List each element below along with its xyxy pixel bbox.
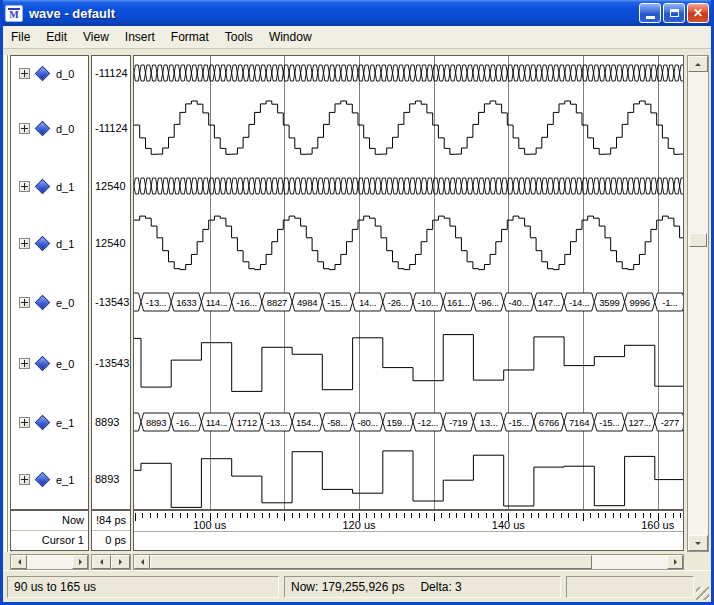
ruler-label: 100 us	[193, 519, 227, 531]
bus-value-label: -277	[661, 417, 679, 428]
names-horizontal-scrollbar[interactable]	[10, 554, 89, 570]
cursor1-label[interactable]: Cursor 1	[11, 531, 88, 550]
bus-value-label: 8827	[267, 297, 287, 308]
scroll-right-button[interactable]	[111, 555, 130, 569]
analog-step-wave	[134, 335, 683, 392]
maximize-icon	[670, 9, 679, 17]
arrow-left-icon	[18, 559, 21, 565]
maximize-button[interactable]	[663, 3, 685, 23]
arrow-up-icon	[695, 63, 701, 66]
vertical-scrollbar[interactable]	[687, 55, 709, 552]
horizontal-scroll-thumb[interactable]	[150, 555, 592, 569]
signal-row-d_0[interactable]: d_0	[11, 65, 88, 82]
menu-item-format[interactable]: Format	[163, 27, 217, 47]
bus-value-label: 1712	[237, 417, 257, 428]
signal-value: 8893	[92, 414, 130, 431]
status-now: Now: 179,255,926 ps	[291, 580, 404, 594]
menu-item-insert[interactable]: Insert	[117, 27, 163, 47]
minimize-icon	[646, 16, 655, 19]
status-now-delta: Now: 179,255,926 psDelta: 3	[284, 576, 561, 598]
waveform-canvas[interactable]: -13...1633114...-16...88274984-15...14..…	[134, 56, 683, 509]
menu-item-window[interactable]: Window	[261, 27, 320, 47]
bus-value-label: -26...	[388, 297, 408, 308]
close-icon: ✕	[693, 7, 703, 19]
bus-value-label: -10...	[418, 297, 438, 308]
signal-name: e_0	[56, 297, 74, 309]
bus-value-label: 1633	[176, 297, 196, 308]
bus-value-label: -15...	[327, 297, 347, 308]
bus-value-label: -14...	[569, 297, 589, 308]
bus-value-label: -16...	[176, 417, 196, 428]
vertical-scroll-track[interactable]	[688, 72, 708, 535]
bus-value-label: 9996	[630, 297, 650, 308]
bus-value-label: 14...	[359, 297, 377, 308]
signal-row-e_1[interactable]: e_1	[11, 471, 88, 488]
signal-value: -11124	[92, 120, 130, 137]
now-label: Now	[11, 511, 88, 530]
bus-value-label: -13...	[267, 417, 287, 428]
expand-plus-icon[interactable]	[19, 417, 30, 428]
close-button[interactable]: ✕	[687, 3, 709, 23]
bus-value-label: -13...	[146, 297, 166, 308]
status-range: 90 us to 165 us	[7, 576, 279, 598]
signal-row-d_0[interactable]: d_0	[11, 120, 88, 137]
signal-row-e_0[interactable]: e_0	[11, 294, 88, 311]
signal-row-d_1[interactable]: d_1	[11, 178, 88, 195]
scroll-up-button[interactable]	[688, 56, 708, 72]
status-delta: Delta: 3	[420, 580, 461, 594]
values-horizontal-scrollbar[interactable]	[91, 554, 131, 570]
signal-value: 8893	[92, 471, 130, 488]
waveform-pane[interactable]: -13...1633114...-16...88274984-15...14..…	[133, 55, 684, 510]
dense-bus-wave	[134, 178, 683, 194]
bus-value-label: 8893	[146, 417, 166, 428]
menu-item-tools[interactable]: Tools	[217, 27, 261, 47]
signal-row-e_1[interactable]: e_1	[11, 414, 88, 431]
expand-plus-icon[interactable]	[19, 297, 30, 308]
arrow-left-icon	[141, 559, 144, 565]
bus-value-label: 7164	[569, 417, 589, 428]
scroll-left-button[interactable]	[134, 555, 150, 569]
scroll-right-button[interactable]	[72, 555, 88, 569]
wave-horizontal-scrollbar[interactable]	[133, 554, 684, 570]
scroll-down-button[interactable]	[688, 535, 708, 551]
window-title: wave - default	[29, 6, 637, 21]
menu-item-view[interactable]: View	[75, 27, 117, 47]
signal-name: e_1	[56, 474, 74, 486]
signal-name: d_1	[56, 238, 74, 250]
timeline-ruler[interactable]: 100 us120 us140 us160 us	[134, 511, 683, 550]
scroll-right-button[interactable]	[667, 555, 683, 569]
modelsim-icon-letter: M	[9, 10, 18, 20]
minimize-button[interactable]	[639, 3, 661, 23]
expand-plus-icon[interactable]	[19, 68, 30, 79]
arrow-right-icon	[674, 559, 677, 565]
client-area: d_0d_0d_1d_1e_0e_0e_1e_1 -11124-11124125…	[3, 49, 711, 570]
signal-row-e_0[interactable]: e_0	[11, 355, 88, 372]
bus-value-label: -15...	[599, 417, 619, 428]
bus-value-label: 159...	[387, 417, 410, 428]
expand-plus-icon[interactable]	[19, 474, 30, 485]
now-value: !84 ps	[92, 511, 130, 530]
bus-value-label: 161...	[447, 297, 470, 308]
scroll-track[interactable]	[592, 555, 667, 569]
expand-plus-icon[interactable]	[19, 238, 30, 249]
menu-item-file[interactable]: File	[3, 27, 38, 47]
bus-value-label: 147...	[538, 297, 561, 308]
signal-row-d_1[interactable]: d_1	[11, 235, 88, 252]
expand-plus-icon[interactable]	[19, 358, 30, 369]
signal-values-pane[interactable]: -11124-111241254012540-13543-13543889388…	[91, 55, 131, 510]
titlebar[interactable]: M wave - default ✕	[0, 0, 714, 26]
bus-value-label: 114...	[206, 297, 228, 308]
expand-plus-icon[interactable]	[19, 181, 30, 192]
scroll-left-button[interactable]	[11, 555, 27, 569]
expand-plus-icon[interactable]	[19, 123, 30, 134]
scroll-track[interactable]	[27, 555, 72, 569]
menu-item-edit[interactable]: Edit	[38, 27, 75, 47]
vertical-scroll-thumb[interactable]	[689, 233, 707, 247]
scroll-left-button[interactable]	[92, 555, 111, 569]
resize-grip-icon[interactable]	[696, 587, 709, 600]
timeline-ruler-box[interactable]: 100 us120 us140 us160 us	[133, 510, 684, 551]
signal-value: -11124	[92, 65, 130, 82]
signal-diamond-icon	[35, 66, 51, 82]
signal-names-pane[interactable]: d_0d_0d_1d_1e_0e_0e_1e_1	[10, 55, 89, 510]
modelsim-window-icon[interactable]: M	[5, 5, 23, 22]
